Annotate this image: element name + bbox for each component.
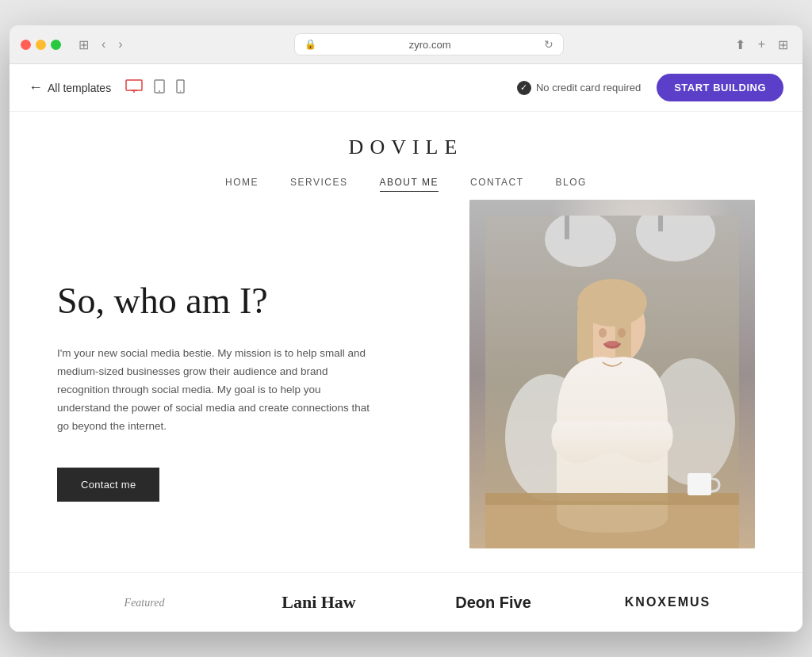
contact-me-btn[interactable]: Contact me xyxy=(57,468,159,502)
browser-actions: ⬆ + ⊞ xyxy=(732,36,791,54)
maximize-dot[interactable] xyxy=(51,40,61,50)
minimize-dot[interactable] xyxy=(36,40,46,50)
forward-btn[interactable]: › xyxy=(115,36,125,53)
toolbar-right: ✓ No credit card required START BUILDING xyxy=(517,74,783,101)
toolbar-left: ← All templates xyxy=(29,78,186,98)
nav-blog[interactable]: BLOG xyxy=(556,174,587,192)
start-building-btn[interactable]: START BUILDING xyxy=(657,74,783,101)
new-tab-btn[interactable]: + xyxy=(755,36,768,53)
back-btn[interactable]: ‹ xyxy=(98,36,109,53)
nav-services[interactable]: SERVICES xyxy=(290,174,347,192)
desktop-icon[interactable] xyxy=(124,78,144,98)
featured-brand-knox: KNOXEMUS xyxy=(580,595,755,609)
svg-point-20 xyxy=(618,328,626,338)
nav-home[interactable]: HOME xyxy=(225,174,259,192)
address-bar-area: 🔒 zyro.com ↻ xyxy=(134,33,724,55)
check-icon: ✓ xyxy=(517,81,531,95)
back-arrow-icon: ← xyxy=(29,79,43,96)
refresh-btn[interactable]: ↻ xyxy=(544,38,553,51)
svg-rect-11 xyxy=(565,216,569,239)
svg-rect-12 xyxy=(658,216,663,231)
svg-point-6 xyxy=(180,90,182,92)
brand-deon-text: Deon Five xyxy=(455,594,531,611)
featured-brand-deon: Deon Five xyxy=(406,594,580,612)
hero-description: I'm your new social media bestie. My mis… xyxy=(57,345,374,436)
browser-dots xyxy=(21,40,61,50)
brand-knox-text: KNOXEMUS xyxy=(625,595,710,609)
person-silhouette xyxy=(485,216,739,548)
site-brand: DOVILE xyxy=(25,136,787,159)
website-preview: DOVILE HOME SERVICES ABOUT ME CONTACT BL… xyxy=(10,112,802,632)
address-bar[interactable]: 🔒 zyro.com ↻ xyxy=(294,33,564,55)
featured-label-item: Featured xyxy=(57,595,232,609)
site-header: DOVILE HOME SERVICES ABOUT ME CONTACT BL… xyxy=(10,112,802,200)
all-templates-back-btn[interactable]: ← All templates xyxy=(29,79,111,96)
svg-rect-17 xyxy=(577,303,593,366)
sidebar-toggle-btn[interactable]: ⊞ xyxy=(75,36,92,54)
device-icons xyxy=(124,78,186,98)
brand-lani-text: Lani Haw xyxy=(282,592,356,612)
svg-point-19 xyxy=(599,328,607,338)
app-toolbar: ← All templates ✓ No credit card require… xyxy=(10,64,802,112)
no-credit-card-label: No credit card required xyxy=(536,82,641,94)
site-nav: HOME SERVICES ABOUT ME CONTACT BLOG xyxy=(25,174,787,192)
hero-left: So, who am I? I'm your new social media … xyxy=(57,200,390,502)
svg-point-21 xyxy=(604,341,620,349)
no-credit-card-notice: ✓ No credit card required xyxy=(517,81,641,95)
browser-controls: ⊞ ‹ › xyxy=(75,36,126,54)
featured-label: Featured xyxy=(124,597,165,609)
hero-image xyxy=(469,200,755,548)
svg-point-4 xyxy=(159,90,160,92)
tablet-icon[interactable] xyxy=(152,78,167,98)
share-btn[interactable]: ⬆ xyxy=(732,36,749,54)
url-text: zyro.com xyxy=(321,39,539,51)
svg-rect-24 xyxy=(688,473,711,495)
browser-window: ⊞ ‹ › 🔒 zyro.com ↻ ⬆ + ⊞ ← All xyxy=(10,25,802,632)
featured-brand-lani: Lani Haw xyxy=(232,592,406,613)
hero-section: So, who am I? I'm your new social media … xyxy=(10,200,802,572)
browser-chrome: ⊞ ‹ › 🔒 zyro.com ↻ ⬆ + ⊞ xyxy=(10,25,802,64)
all-templates-label: All templates xyxy=(48,82,111,94)
featured-bar: Featured Lani Haw Deon Five KNOXEMUS xyxy=(10,572,802,632)
nav-about[interactable]: ABOUT ME xyxy=(380,174,439,192)
mobile-icon[interactable] xyxy=(174,78,186,98)
tabs-btn[interactable]: ⊞ xyxy=(775,36,791,54)
hero-title: So, who am I? xyxy=(57,279,390,323)
close-dot[interactable] xyxy=(21,40,31,50)
lock-icon: 🔒 xyxy=(304,39,316,50)
hero-right xyxy=(422,200,755,548)
nav-contact[interactable]: CONTACT xyxy=(470,174,524,192)
svg-rect-22 xyxy=(485,501,739,548)
svg-rect-0 xyxy=(126,80,142,90)
